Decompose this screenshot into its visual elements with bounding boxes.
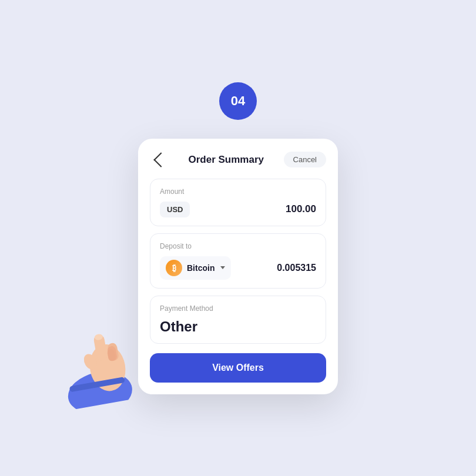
payment-method-field-box: Payment Method Other (150, 296, 326, 344)
crypto-amount: 0.005315 (277, 263, 316, 273)
deposit-label: Deposit to (160, 242, 316, 250)
view-offers-button[interactable]: View Offers (150, 353, 326, 383)
order-summary-card: Order Summary Cancel Amount USD 100.00 D… (138, 139, 338, 394)
amount-value: 100.00 (286, 203, 316, 215)
back-button[interactable] (150, 150, 169, 169)
amount-row: USD 100.00 (160, 202, 316, 217)
amount-label: Amount (160, 187, 316, 196)
back-arrow-icon (153, 152, 168, 167)
payment-method-value: Other (160, 319, 316, 335)
amount-field-box: Amount USD 100.00 (150, 179, 326, 226)
payment-method-label: Payment Method (160, 304, 316, 313)
step-number: 04 (231, 93, 245, 109)
scene: 04 Order Summary Cancel Amount USD 100.0… (0, 0, 476, 476)
cancel-button[interactable]: Cancel (284, 152, 326, 167)
card-title: Order Summary (189, 154, 264, 166)
crypto-name: Bitcoin (187, 263, 214, 273)
hand-illustration (51, 301, 160, 413)
card-header: Order Summary Cancel (138, 139, 338, 179)
card-body: Amount USD 100.00 Deposit to ₿ Bitcoin 0… (138, 179, 338, 394)
bitcoin-icon: ₿ (166, 260, 182, 276)
currency-badge: USD (160, 202, 190, 217)
chevron-down-icon (220, 266, 225, 269)
deposit-row: ₿ Bitcoin 0.005315 (160, 256, 316, 280)
crypto-selector[interactable]: ₿ Bitcoin (160, 256, 231, 280)
step-badge: 04 (219, 82, 257, 120)
deposit-field-box: Deposit to ₿ Bitcoin 0.005315 (150, 233, 326, 289)
